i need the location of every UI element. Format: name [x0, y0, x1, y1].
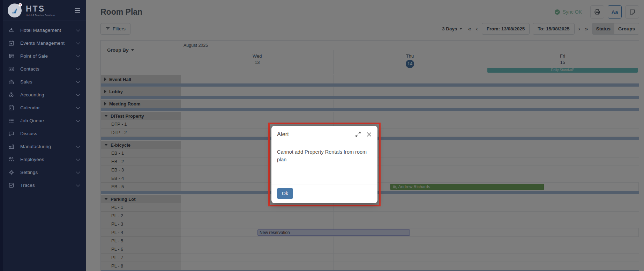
sidebar-item-contacts[interactable]: Contacts	[0, 63, 86, 75]
hotel-bell-icon	[8, 27, 20, 33]
factory-icon	[8, 144, 20, 149]
sidebar-item-discuss[interactable]: Discuss	[0, 127, 86, 140]
sidebar-header: + HTS Hotel & Tourism Solutions	[0, 0, 86, 21]
hamburger-menu-icon[interactable]	[74, 7, 81, 14]
storefront-icon	[8, 53, 20, 59]
gear-icon	[8, 169, 20, 175]
sidebar-item-job-queue[interactable]: Job Queue	[0, 114, 86, 127]
alert-dialog-footer: Ok	[271, 184, 377, 203]
ok-button[interactable]: Ok	[277, 188, 293, 199]
alert-dialog: Alert Cannot add Property Rentals from r…	[271, 126, 377, 203]
chevron-down-icon	[76, 27, 80, 32]
sidebar-menu: Hotel ManagementEvents ManagementPoint o…	[0, 21, 86, 192]
money-bag-icon	[8, 92, 20, 98]
sidebar: + HTS Hotel & Tourism Solutions Hotel Ma…	[0, 0, 86, 271]
sidebar-item-calendar[interactable]: Calendar	[0, 101, 86, 114]
sidebar-item-events-management[interactable]: Events Management	[0, 37, 86, 50]
list-icon	[8, 118, 20, 124]
logo-text: HTS Hotel & Tourism Solutions	[26, 4, 55, 16]
chevron-down-icon	[76, 169, 80, 174]
cash-register-icon	[8, 79, 20, 85]
main-content: Room Plan Sync OK Aa	[86, 0, 644, 271]
sidebar-item-label: Employees	[20, 157, 44, 162]
sidebar-item-label: Traces	[20, 183, 35, 188]
chevron-down-icon	[76, 118, 80, 122]
sidebar-item-employees[interactable]: Employees	[0, 153, 86, 166]
contact-card-icon	[8, 66, 20, 72]
calendar-icon	[8, 105, 20, 111]
app-logo[interactable]: +	[8, 3, 22, 17]
chat-bubble-icon	[8, 131, 20, 137]
chevron-down-icon	[76, 53, 80, 58]
sidebar-item-label: Sales	[20, 79, 32, 85]
alert-dialog-header: Alert	[271, 126, 377, 142]
sidebar-item-label: Events Management	[20, 41, 65, 46]
app-window: + HTS Hotel & Tourism Solutions Hotel Ma…	[0, 0, 644, 271]
alert-message: Cannot add Property Rentals from room pl…	[271, 142, 377, 184]
chevron-down-icon	[76, 40, 80, 45]
sidebar-item-settings[interactable]: Settings	[0, 166, 86, 179]
chevron-down-icon	[76, 182, 80, 187]
sidebar-item-label: Hotel Management	[20, 28, 61, 33]
chevron-down-icon	[76, 105, 80, 109]
sidebar-item-traces[interactable]: Traces	[0, 179, 86, 192]
chevron-down-icon	[76, 144, 80, 148]
expand-dialog-button[interactable]	[355, 131, 361, 137]
logo-plane-icon	[10, 6, 19, 15]
alert-title: Alert	[277, 131, 289, 138]
calendar-star-icon	[8, 40, 20, 46]
sidebar-item-sales[interactable]: Sales	[0, 75, 86, 88]
sidebar-item-manufacturing[interactable]: Manufacturing	[0, 140, 86, 153]
chevron-down-icon	[76, 156, 80, 161]
sidebar-edge	[0, 0, 3, 271]
sidebar-item-label: Contacts	[20, 66, 39, 72]
chevron-down-icon	[76, 66, 80, 71]
sidebar-item-point-of-sale[interactable]: Point of Sale	[0, 50, 86, 63]
sidebar-item-label: Calendar	[20, 105, 40, 110]
checkbox-icon	[8, 182, 20, 188]
close-icon	[366, 132, 372, 137]
sidebar-item-label: Discuss	[20, 131, 37, 136]
sidebar-item-label: Point of Sale	[20, 53, 48, 59]
sidebar-item-label: Settings	[20, 170, 38, 175]
close-dialog-button[interactable]	[366, 132, 372, 137]
annotation-highlight: Alert Cannot add Property Rentals from r…	[268, 123, 381, 206]
brand-tagline: Hotel & Tourism Solutions	[26, 14, 55, 16]
sidebar-item-label: Manufacturing	[20, 144, 51, 149]
sidebar-item-hotel-management[interactable]: Hotel Management	[0, 24, 86, 37]
chevron-down-icon	[76, 79, 80, 83]
people-icon	[8, 156, 20, 162]
sidebar-item-accounting[interactable]: Accounting	[0, 88, 86, 101]
chevron-down-icon	[76, 92, 80, 96]
sidebar-item-label: Job Queue	[20, 118, 44, 123]
logo-plus-badge: +	[18, 3, 22, 7]
expand-icon	[355, 131, 361, 137]
brand-name: HTS	[26, 4, 55, 14]
sidebar-item-label: Accounting	[20, 92, 44, 97]
